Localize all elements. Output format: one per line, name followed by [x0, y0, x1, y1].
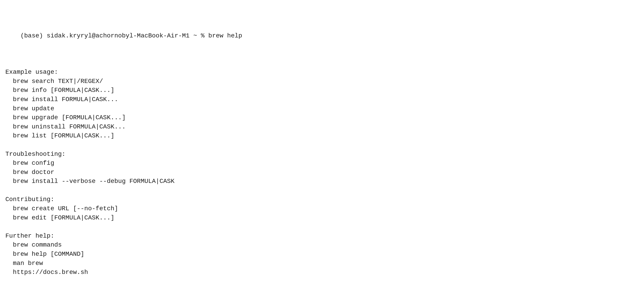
initial-prompt-line: (base) sidak.kryryl@achornobyl-MacBook-A… — [5, 22, 639, 50]
terminal-line — [5, 140, 639, 150]
terminal-line: brew edit [FORMULA|CASK...] — [5, 213, 639, 223]
terminal-body: Example usage: brew search TEXT|/REGEX/ … — [5, 68, 639, 277]
terminal-line: brew list [FORMULA|CASK...] — [5, 131, 639, 140]
terminal-line: brew uninstall FORMULA|CASK... — [5, 122, 639, 131]
terminal-line: Example usage: — [5, 68, 639, 77]
terminal-line: brew update — [5, 104, 639, 113]
terminal-line: Troubleshooting: — [5, 150, 639, 159]
terminal-line — [5, 186, 639, 195]
terminal-line: brew install --verbose --debug FORMULA|C… — [5, 177, 639, 186]
terminal-line: brew install FORMULA|CASK... — [5, 95, 639, 104]
terminal-line — [5, 222, 639, 232]
terminal-line: brew help [COMMAND] — [5, 250, 639, 259]
terminal-line: brew upgrade [FORMULA|CASK...] — [5, 113, 639, 122]
terminal-line: Contributing: — [5, 195, 639, 204]
terminal-line: brew config — [5, 159, 639, 168]
terminal-line: man brew — [5, 259, 639, 268]
terminal-window: (base) sidak.kryryl@achornobyl-MacBook-A… — [5, 4, 639, 284]
terminal-line: brew create URL [--no-fetch] — [5, 204, 639, 213]
terminal-line: brew search TEXT|/REGEX/ — [5, 77, 639, 86]
terminal-line: brew doctor — [5, 168, 639, 177]
terminal-line: brew commands — [5, 240, 639, 250]
terminal-line: brew info [FORMULA|CASK...] — [5, 86, 639, 95]
terminal-line: https://docs.brew.sh — [5, 268, 639, 277]
terminal-line: Further help: — [5, 232, 639, 241]
initial-prompt-text: (base) sidak.kryryl@achornobyl-MacBook-A… — [20, 32, 242, 39]
